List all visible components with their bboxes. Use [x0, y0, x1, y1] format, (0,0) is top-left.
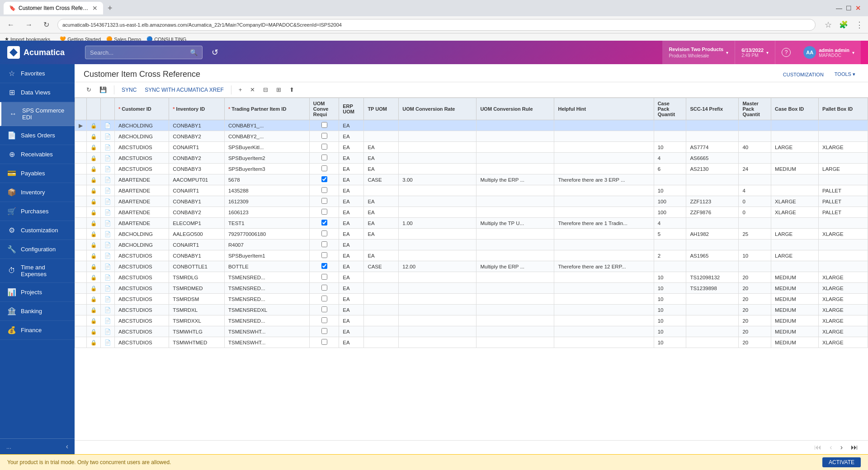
row-pin-cell[interactable]: 🔒: [87, 294, 101, 305]
add-row-button[interactable]: +: [236, 85, 245, 94]
uom-conv-required-cell[interactable]: [309, 229, 339, 240]
sidebar-more[interactable]: ...: [6, 443, 11, 450]
uom-conv-required-checkbox[interactable]: [321, 155, 327, 160]
refresh-button[interactable]: ↻: [84, 85, 94, 94]
pin-icon[interactable]: 🔒: [90, 264, 97, 269]
table-row[interactable]: 🔒 📄 ABARTENDE CONBABY1 1612309 EA EA 100…: [75, 196, 868, 207]
table-row[interactable]: 🔒 📄 ABCHOLDING CONAIRT1 R4007 EA: [75, 240, 868, 250]
row-doc-cell[interactable]: 📄: [101, 250, 115, 261]
row-pin-cell[interactable]: 🔒: [87, 283, 101, 294]
pin-icon[interactable]: 🔒: [90, 296, 97, 302]
window-close-button[interactable]: ✕: [855, 5, 861, 12]
uom-conv-required-checkbox[interactable]: [321, 165, 327, 171]
row-pin-cell[interactable]: 🔒: [87, 261, 101, 272]
row-expand-cell[interactable]: [75, 305, 87, 315]
row-doc-cell[interactable]: 📄: [101, 326, 115, 337]
row-doc-cell[interactable]: 📄: [101, 207, 115, 218]
row-doc-cell[interactable]: 📄: [101, 131, 115, 142]
fit-columns-button[interactable]: ⊟: [260, 85, 271, 94]
sidebar-item-time-expenses[interactable]: ⏱ Time and Expenses: [0, 259, 75, 283]
uom-conv-required-cell[interactable]: [309, 174, 339, 185]
uom-conv-required-cell[interactable]: [309, 272, 339, 283]
uom-conv-required-checkbox[interactable]: [321, 187, 327, 193]
th-uom-conversion-rate[interactable]: UOM Conversion Rate: [399, 98, 476, 120]
table-row[interactable]: 🔒 📄 ABCHOLDING CONBABY2 CONBABY2_... EA: [75, 131, 868, 142]
row-pin-cell[interactable]: 🔒: [87, 164, 101, 174]
uom-conv-required-checkbox[interactable]: [321, 296, 327, 301]
row-doc-cell[interactable]: 📄: [101, 218, 115, 229]
doc-icon[interactable]: 📄: [104, 134, 111, 139]
table-row[interactable]: 🔒 📄 ABARTENDE ELECOMP1 TEST1 EA EA 1.00 …: [75, 218, 868, 229]
uom-conv-required-checkbox[interactable]: [321, 306, 327, 312]
tools-button[interactable]: TOOLS ▾: [831, 70, 859, 79]
table-row[interactable]: 🔒 📄 ABCSTUDIOS TSMRDSM TSMENSRED... EA 1…: [75, 294, 868, 305]
doc-icon[interactable]: 📄: [104, 275, 111, 280]
row-doc-cell[interactable]: 📄: [101, 272, 115, 283]
forward-button[interactable]: →: [23, 20, 35, 30]
row-pin-cell[interactable]: 🔒: [87, 131, 101, 142]
row-pin-cell[interactable]: 🔒: [87, 240, 101, 250]
row-expand-cell[interactable]: [75, 250, 87, 261]
sidebar-item-data-views[interactable]: ⊞ Data Views: [0, 83, 75, 102]
uom-conv-required-cell[interactable]: [309, 142, 339, 153]
sidebar-item-sales-orders[interactable]: 📄 Sales Orders: [0, 126, 75, 145]
sidebar-item-configuration[interactable]: 🔧 Configuration: [0, 240, 75, 259]
pin-icon[interactable]: 🔒: [90, 155, 97, 161]
th-trading-partner-item-id[interactable]: * Trading Partner Item ID: [224, 98, 309, 120]
pin-icon[interactable]: 🔒: [90, 199, 97, 204]
uom-conv-required-checkbox[interactable]: [321, 285, 327, 291]
row-expand-cell[interactable]: [75, 131, 87, 142]
pin-icon[interactable]: 🔒: [90, 329, 97, 334]
uom-conv-required-cell[interactable]: [309, 283, 339, 294]
th-helpful-hint[interactable]: Helpful Hint: [554, 98, 654, 120]
row-pin-cell[interactable]: 🔒: [87, 315, 101, 326]
th-customer-id[interactable]: * Customer ID: [115, 98, 169, 120]
extensions-icon[interactable]: 🧩: [839, 20, 848, 29]
pin-icon[interactable]: 🔒: [90, 307, 97, 313]
uom-conv-required-checkbox[interactable]: [321, 339, 327, 345]
table-row[interactable]: 🔒 📄 ABCSTUDIOS CONBABY1 SPSBuyerItem1 EA…: [75, 250, 868, 261]
pin-icon[interactable]: 🔒: [90, 123, 97, 128]
header-refresh-button[interactable]: ↺: [212, 47, 218, 57]
row-pin-cell[interactable]: 🔒: [87, 218, 101, 229]
pin-icon[interactable]: 🔒: [90, 145, 97, 150]
pin-icon[interactable]: 🔒: [90, 286, 97, 291]
row-pin-cell[interactable]: 🔒: [87, 272, 101, 283]
th-master-pack-quantity[interactable]: MasterPackQuantit: [739, 98, 771, 120]
row-expand-cell[interactable]: [75, 142, 87, 153]
sidebar-item-receivables[interactable]: ⊕ Receivables: [0, 145, 75, 164]
uom-conv-required-checkbox[interactable]: [321, 317, 327, 323]
bookmark-star[interactable]: ☆: [825, 20, 832, 30]
pin-icon[interactable]: 🔒: [90, 318, 97, 324]
row-pin-cell[interactable]: 🔒: [87, 337, 101, 348]
th-uom-conversion-rule[interactable]: UOM Conversion Rule: [476, 98, 554, 120]
doc-icon[interactable]: 📄: [104, 188, 111, 193]
uom-conv-required-checkbox[interactable]: [321, 144, 327, 150]
sync-button[interactable]: SYNC: [119, 85, 139, 94]
row-pin-cell[interactable]: 🔒: [87, 305, 101, 315]
uom-conv-required-cell[interactable]: [309, 326, 339, 337]
uom-conv-required-checkbox[interactable]: [321, 198, 327, 204]
table-row[interactable]: 🔒 📄 ABCHOLDING AALEGO500 7929770006180 E…: [75, 229, 868, 240]
doc-icon[interactable]: 📄: [104, 318, 111, 324]
doc-icon[interactable]: 📄: [104, 145, 111, 150]
uom-conv-required-cell[interactable]: [309, 305, 339, 315]
table-row[interactable]: 🔒 📄 ABARTENDE AACOMPUT01 5678 EA CASE 3.…: [75, 174, 868, 185]
search-input[interactable]: [90, 49, 190, 56]
uom-conv-required-cell[interactable]: [309, 164, 339, 174]
last-page-button[interactable]: ⏭: [848, 442, 861, 452]
table-row[interactable]: 🔒 📄 ABCSTUDIOS TSMWHTMED TSMENSWHT... EA…: [75, 337, 868, 348]
table-row[interactable]: 🔒 📄 ABCSTUDIOS CONBOTTLE1 BOTTLE EA CASE…: [75, 261, 868, 272]
row-expand-cell[interactable]: [75, 196, 87, 207]
uom-conv-required-cell[interactable]: [309, 218, 339, 229]
row-expand-cell[interactable]: [75, 326, 87, 337]
pin-icon[interactable]: 🔒: [90, 242, 97, 248]
menu-icon[interactable]: ⋮: [855, 20, 863, 30]
row-pin-cell[interactable]: 🔒: [87, 142, 101, 153]
active-tab[interactable]: 🔖 Customer Item Cross Reference ✕: [4, 2, 103, 14]
doc-icon[interactable]: 📄: [104, 155, 111, 161]
row-doc-cell[interactable]: 📄: [101, 196, 115, 207]
doc-icon[interactable]: 📄: [104, 340, 111, 345]
row-expand-cell[interactable]: ▶: [75, 120, 87, 131]
th-case-pack-quantity[interactable]: CasePackQuantit: [654, 98, 686, 120]
